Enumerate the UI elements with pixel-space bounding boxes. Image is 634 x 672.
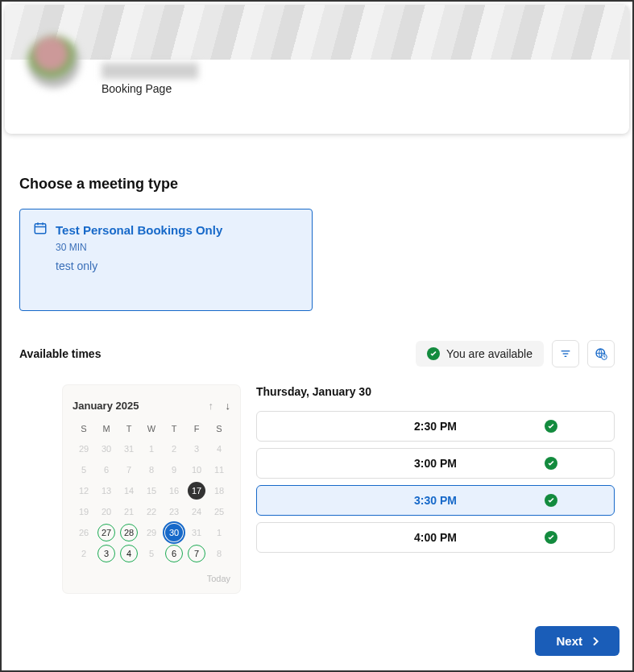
calendar-day[interactable]: 22 bbox=[140, 501, 163, 522]
calendar-dow: F bbox=[185, 421, 208, 438]
availability-status-text: You are available bbox=[446, 347, 532, 360]
svg-rect-0 bbox=[35, 224, 46, 234]
calendar-day[interactable]: 1 bbox=[208, 522, 230, 543]
calendar-day[interactable]: 10 bbox=[185, 459, 208, 480]
calendar-icon bbox=[33, 221, 48, 239]
calendar-day[interactable]: 28 bbox=[118, 522, 140, 543]
calendar-day[interactable]: 26 bbox=[73, 522, 95, 543]
profile-name-redacted bbox=[102, 63, 198, 79]
checkmark-icon bbox=[545, 420, 557, 433]
meeting-type-name: Test Personal Bookings Only bbox=[56, 223, 222, 237]
calendar-prev-month[interactable]: ↑ bbox=[209, 400, 214, 412]
calendar-day[interactable]: 4 bbox=[118, 543, 140, 564]
calendar-day[interactable]: 4 bbox=[208, 438, 230, 459]
calendar-day[interactable]: 31 bbox=[185, 522, 208, 543]
calendar-day[interactable]: 6 bbox=[163, 543, 185, 564]
calendar-day[interactable]: 12 bbox=[73, 480, 95, 501]
calendar-day[interactable]: 29 bbox=[73, 438, 95, 459]
calendar-day[interactable]: 7 bbox=[118, 459, 140, 480]
calendar-day[interactable]: 20 bbox=[95, 501, 118, 522]
calendar-dow: T bbox=[118, 421, 140, 438]
next-button[interactable]: Next bbox=[535, 626, 619, 656]
calendar-day[interactable]: 8 bbox=[208, 543, 230, 564]
calendar-day[interactable]: 24 bbox=[185, 501, 208, 522]
profile-header: Booking Page bbox=[5, 5, 629, 134]
calendar-dow: M bbox=[95, 421, 118, 438]
calendar-dow: S bbox=[73, 421, 95, 438]
calendar-day[interactable]: 3 bbox=[95, 543, 118, 564]
calendar-day[interactable]: 2 bbox=[163, 438, 185, 459]
time-slot[interactable]: 4:00 PM bbox=[256, 522, 615, 553]
checkmark-icon bbox=[545, 531, 557, 544]
checkmark-icon bbox=[545, 457, 557, 470]
calendar-day[interactable]: 29 bbox=[140, 522, 163, 543]
time-slot[interactable]: 3:00 PM bbox=[256, 448, 615, 479]
calendar-month-label: January 2025 bbox=[73, 400, 139, 412]
time-slot-label: 2:30 PM bbox=[414, 420, 457, 433]
calendar-widget: January 2025 ↑ ↓ SMTWTFS2930311234567891… bbox=[63, 385, 240, 593]
calendar-day[interactable]: 7 bbox=[185, 543, 208, 564]
calendar-day[interactable]: 5 bbox=[73, 459, 95, 480]
calendar-day[interactable]: 25 bbox=[208, 501, 230, 522]
calendar-day[interactable]: 1 bbox=[140, 438, 163, 459]
calendar-next-month[interactable]: ↓ bbox=[226, 400, 231, 412]
banner-image bbox=[5, 5, 629, 60]
slots-date-label: Thursday, January 30 bbox=[256, 385, 615, 398]
time-slot-label: 3:00 PM bbox=[414, 457, 457, 470]
filter-button[interactable] bbox=[552, 340, 579, 367]
meeting-type-description: test only bbox=[56, 259, 299, 272]
calendar-day[interactable]: 16 bbox=[163, 480, 185, 501]
calendar-day[interactable]: 13 bbox=[95, 480, 118, 501]
calendar-dow: W bbox=[140, 421, 163, 438]
calendar-day[interactable]: 14 bbox=[118, 480, 140, 501]
calendar-day[interactable]: 19 bbox=[73, 501, 95, 522]
calendar-day[interactable]: 6 bbox=[95, 459, 118, 480]
timezone-button[interactable] bbox=[587, 340, 615, 367]
calendar-day[interactable]: 17 bbox=[185, 480, 208, 501]
calendar-day[interactable]: 8 bbox=[140, 459, 163, 480]
calendar-day[interactable]: 15 bbox=[140, 480, 163, 501]
calendar-day[interactable]: 31 bbox=[118, 438, 140, 459]
chevron-right-icon bbox=[589, 635, 602, 648]
calendar-day[interactable]: 18 bbox=[208, 480, 230, 501]
calendar-today-link[interactable]: Today bbox=[73, 574, 230, 583]
availability-status-pill: You are available bbox=[416, 341, 544, 367]
profile-subtitle: Booking Page bbox=[102, 82, 198, 95]
calendar-dow: S bbox=[208, 421, 230, 438]
checkmark-icon bbox=[427, 347, 440, 360]
calendar-day[interactable]: 21 bbox=[118, 501, 140, 522]
calendar-day[interactable]: 30 bbox=[95, 438, 118, 459]
calendar-day[interactable]: 30 bbox=[163, 522, 185, 543]
available-times-title: Available times bbox=[19, 347, 101, 360]
time-slot[interactable]: 3:30 PM bbox=[256, 485, 615, 516]
meeting-type-card[interactable]: Test Personal Bookings Only 30 MIN test … bbox=[19, 209, 313, 311]
avatar bbox=[27, 35, 80, 88]
time-slot-label: 4:00 PM bbox=[414, 531, 457, 544]
calendar-day[interactable]: 23 bbox=[163, 501, 185, 522]
calendar-day[interactable]: 9 bbox=[163, 459, 185, 480]
next-button-label: Next bbox=[556, 634, 582, 648]
meeting-type-duration: 30 MIN bbox=[56, 242, 299, 253]
calendar-day[interactable]: 3 bbox=[185, 438, 208, 459]
choose-meeting-title: Choose a meeting type bbox=[19, 176, 615, 193]
calendar-day[interactable]: 27 bbox=[95, 522, 118, 543]
calendar-day[interactable]: 2 bbox=[73, 543, 95, 564]
calendar-day[interactable]: 5 bbox=[140, 543, 163, 564]
checkmark-icon bbox=[545, 494, 557, 507]
time-slot[interactable]: 2:30 PM bbox=[256, 411, 615, 442]
calendar-dow: T bbox=[163, 421, 185, 438]
time-slot-label: 3:30 PM bbox=[414, 494, 457, 507]
calendar-day[interactable]: 11 bbox=[208, 459, 230, 480]
